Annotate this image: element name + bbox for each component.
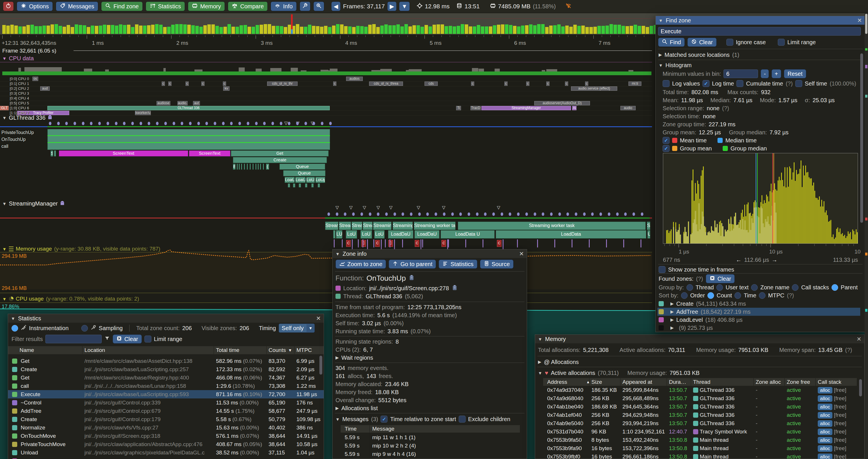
message-dot[interactable] xyxy=(385,212,388,216)
glthread-depth-zone[interactable] xyxy=(48,143,330,150)
cpu-zone-block[interactable]: c xyxy=(565,81,568,86)
timeline-zone[interactable] xyxy=(288,184,290,188)
message-dot[interactable] xyxy=(288,122,290,125)
message-dot[interactable] xyxy=(583,212,586,216)
timeline-zone[interactable] xyxy=(311,184,314,188)
message-dot[interactable] xyxy=(616,212,619,216)
timeline-zone[interactable] xyxy=(239,164,240,170)
power-button[interactable] xyxy=(3,1,14,11)
close-icon[interactable]: ✕ xyxy=(857,17,862,24)
timing-dropdown[interactable]: Self only▼ xyxy=(279,324,315,333)
message-dot[interactable] xyxy=(566,212,569,216)
message-dot[interactable] xyxy=(189,122,192,125)
table-row[interactable]: Normalizejni/../jni/src/claw/vfs/Vfs.cpp… xyxy=(8,423,324,432)
timeline-zone[interactable] xyxy=(247,164,248,170)
time-ruler[interactable]: +12:31 362,643,435ns 1 ms2 ms3 ms4 ms5 m… xyxy=(0,35,652,48)
find-zone-button[interactable]: Find zone xyxy=(101,1,143,11)
message-dot[interactable] xyxy=(296,122,299,125)
glthread-depth-zone[interactable] xyxy=(48,129,330,136)
message-dot[interactable] xyxy=(106,122,109,125)
message-dot[interactable] xyxy=(410,212,412,216)
message-dot[interactable] xyxy=(344,212,346,216)
fz-limit-range-checkbox[interactable] xyxy=(778,39,785,46)
log-time-checkbox[interactable] xyxy=(703,80,709,87)
memory-table-header[interactable]: Address ▲ Size Appeared at Dura… Thread … xyxy=(543,378,857,386)
filter-input[interactable] xyxy=(45,335,102,343)
streaming-zone[interactable]: Strear xyxy=(339,222,351,230)
message-dot[interactable] xyxy=(352,212,355,216)
timeline-zone[interactable] xyxy=(258,164,259,170)
memory-usage-plot[interactable] xyxy=(0,249,652,293)
cumulate-time-checkbox[interactable] xyxy=(737,80,743,87)
cpu-zone-block[interactable]: c xyxy=(333,81,336,86)
cpu-zone-block[interactable]: c xyxy=(186,81,189,86)
memory-button[interactable]: Memory xyxy=(188,1,225,11)
message-row[interactable]: 5.59 smip 9 w 4 h 4 (16) xyxy=(341,450,520,458)
allocations-list-toggle[interactable]: ▶Allocations list xyxy=(336,404,378,412)
cpu-zone-block[interactable]: audioserver(AudioOut_D) xyxy=(534,101,590,105)
zone-marker-triangle[interactable]: ▽ xyxy=(349,205,353,210)
streaming-zone[interactable]: LoadDaU xyxy=(414,230,439,238)
close-icon[interactable]: ✕ xyxy=(857,335,861,342)
found-zone-row[interactable]: ▶(9) 225.73 µs xyxy=(657,324,860,332)
message-dot[interactable] xyxy=(377,212,379,216)
cpu-zone-block[interactable]: audio xyxy=(620,106,636,110)
stats-scrollbar[interactable] xyxy=(319,356,322,374)
timeline-zone[interactable] xyxy=(299,184,301,188)
message-dot[interactable] xyxy=(575,212,577,216)
message-dot[interactable] xyxy=(361,212,363,216)
zoom-to-frame-button[interactable] xyxy=(313,1,324,11)
streaming-zone[interactable]: LoadData xyxy=(496,230,646,238)
message-dot[interactable] xyxy=(550,212,553,216)
cpu-zone-block[interactable]: c xyxy=(526,81,529,86)
ignore-case-checkbox[interactable] xyxy=(726,39,733,46)
cpu-zone-block[interactable]: c xyxy=(202,81,205,86)
cpu-zone-block[interactable]: c xyxy=(471,81,474,86)
cpu-zone-block[interactable]: aud xyxy=(40,87,50,91)
streaming-zone[interactable]: LoU xyxy=(361,230,372,238)
main-scrollbar[interactable] xyxy=(865,13,868,459)
timeline-zone[interactable]: E xyxy=(233,164,236,170)
cpu-zone-block[interactable]: cds xyxy=(425,81,438,86)
timeline-zone[interactable] xyxy=(255,164,256,170)
message-dot[interactable] xyxy=(542,212,544,216)
message-dot[interactable] xyxy=(484,212,487,216)
message-dot[interactable] xyxy=(517,212,520,216)
group-by-user-text[interactable] xyxy=(716,284,723,291)
found-clear-button[interactable]: Clear xyxy=(706,274,735,283)
timeline-zone[interactable]: LoUp xyxy=(315,177,325,183)
group-by-zone-name[interactable] xyxy=(751,284,758,291)
timeline-zone[interactable] xyxy=(293,184,295,188)
find-zone-scrollbar[interactable] xyxy=(860,54,863,223)
table-row[interactable]: 0x74ab9e5040256 KB293,994,219ns13:50.7 G… xyxy=(543,419,857,427)
table-row[interactable]: 0x74ab1ef040256 KB294,629,948ns13:50.7 G… xyxy=(543,411,857,419)
cpu-zone-block[interactable]: audios xyxy=(346,77,363,81)
table-row[interactable]: OnTouchMovejni/../jni/src/guif/Screen.cp… xyxy=(8,432,324,440)
matched-locations-toggle[interactable]: ▶Matched source locations(1) xyxy=(659,51,739,59)
zone-marker-triangle[interactable]: ▽ xyxy=(284,121,288,126)
streaming-zone[interactable]: Strea xyxy=(363,222,373,230)
cpu-data-header[interactable]: ▼ CPU data xyxy=(2,55,34,62)
bin-reset-button[interactable]: Reset xyxy=(784,69,806,78)
message-dot[interactable] xyxy=(148,122,150,125)
streaming-zone[interactable]: LoadDaU xyxy=(388,230,413,238)
message-dot[interactable] xyxy=(418,212,421,216)
min-bin-input[interactable]: 6 xyxy=(723,69,758,78)
message-dot[interactable] xyxy=(534,212,536,216)
timeline-zone[interactable] xyxy=(305,184,307,188)
zone-marker-triangle[interactable]: ▽ xyxy=(497,205,500,210)
sort-by-time[interactable] xyxy=(735,292,741,299)
message-dot[interactable] xyxy=(459,212,462,216)
memory-titlebar[interactable]: ▼ Memory ✕ xyxy=(535,335,864,343)
frame-pick-button[interactable]: ▼ xyxy=(399,1,410,11)
zone-info-titlebar[interactable]: ▼ Zone info ✕ xyxy=(333,250,527,258)
message-dot[interactable] xyxy=(140,122,142,125)
message-dot[interactable] xyxy=(123,122,126,125)
timeline-zone[interactable]: ScreenText xyxy=(59,151,188,157)
zone-marker-triangle[interactable]: ▽ xyxy=(442,205,445,210)
table-row[interactable]: PrivateTouchMovejni/../jni/src/claw/appl… xyxy=(8,440,324,448)
found-zone-row[interactable]: ▶Create(54,131) 643.34 ms xyxy=(657,300,860,308)
next-frame-button[interactable]: ▶ xyxy=(387,1,397,11)
options-button[interactable]: Options xyxy=(17,1,53,11)
cpu-zone-block[interactable]: TracD xyxy=(470,106,481,110)
